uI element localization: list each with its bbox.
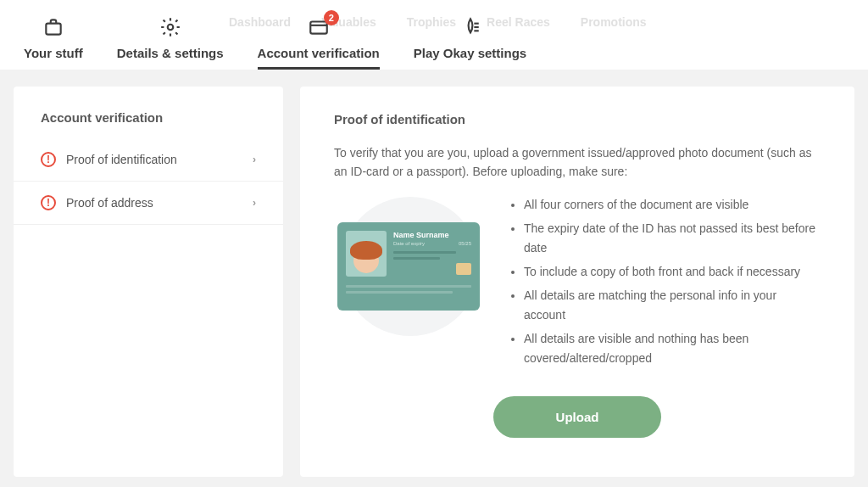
sidebar-item-proof-address[interactable]: ! Proof of address › xyxy=(14,182,283,225)
tab-account-verification[interactable]: 2 Account verification xyxy=(258,15,380,70)
requirement-item: All details are visible and nothing has … xyxy=(524,329,821,367)
svg-rect-2 xyxy=(310,22,327,34)
upload-button[interactable]: Upload xyxy=(493,396,662,438)
tab-play-okay[interactable]: Play Okay settings xyxy=(414,15,526,70)
alert-icon: ! xyxy=(41,195,56,210)
svg-point-1 xyxy=(167,25,173,31)
requirement-item: All details are matching the personal in… xyxy=(524,286,821,324)
card-icon: 2 xyxy=(307,15,331,39)
alert-icon: ! xyxy=(41,152,56,167)
suitcase-icon xyxy=(42,15,65,39)
sidebar-title: Account verification xyxy=(14,110,283,138)
top-tabs: Dashboard Valuables Trophies Reel Races … xyxy=(0,0,868,70)
tab-label: Your stuff xyxy=(24,46,83,67)
id-card-illustration: Name Surname Date of expiry 05/25 xyxy=(334,195,487,338)
requirements-list: All four corners of the document are vis… xyxy=(507,195,821,372)
tab-your-stuff[interactable]: Your stuff xyxy=(24,15,83,70)
notification-badge: 2 xyxy=(324,10,339,25)
svg-rect-0 xyxy=(46,24,60,35)
tab-label: Account verification xyxy=(258,46,380,70)
main-panel: Proof of identification To verify that y… xyxy=(300,87,854,477)
requirement-item: To include a copy of both front and back… xyxy=(524,262,821,281)
requirement-item: All four corners of the document are vis… xyxy=(524,195,821,214)
tab-label: Play Okay settings xyxy=(414,46,526,67)
main-title: Proof of identification xyxy=(334,112,821,126)
sidebar-item-label: Proof of address xyxy=(66,196,242,210)
sidebar: Account verification ! Proof of identifi… xyxy=(14,87,283,477)
tab-details-settings[interactable]: Details & settings xyxy=(117,15,224,70)
id-card-name: Name Surname xyxy=(393,231,471,239)
chevron-right-icon: › xyxy=(253,154,256,165)
mid-section: Name Surname Date of expiry 05/25 xyxy=(334,195,821,372)
id-card-date-value: 05/25 xyxy=(459,241,471,246)
gear-icon xyxy=(159,15,182,39)
sidebar-item-proof-identification[interactable]: ! Proof of identification › xyxy=(14,138,283,182)
id-card-date-label: Date of expiry xyxy=(393,241,425,246)
main-description: To verify that you are you, upload a gov… xyxy=(334,143,821,182)
content: Account verification ! Proof of identifi… xyxy=(0,70,868,487)
play-settings-icon xyxy=(459,15,482,39)
requirement-item: The expiry date of the ID has not passed… xyxy=(524,219,821,257)
chevron-right-icon: › xyxy=(253,197,256,209)
tab-label: Details & settings xyxy=(117,46,224,67)
sidebar-item-label: Proof of identification xyxy=(66,153,242,166)
